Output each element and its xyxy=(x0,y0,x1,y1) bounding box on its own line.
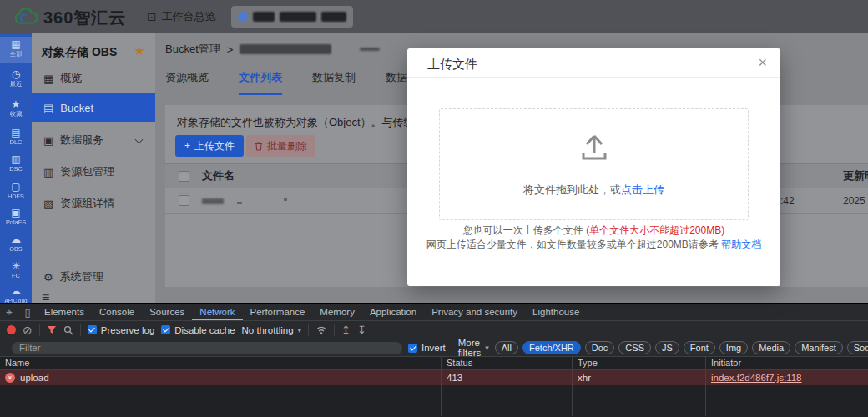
request-type: xhr xyxy=(573,370,706,385)
box-icon: ▣ xyxy=(43,134,53,147)
devtools-tabbar: ⌖ ▯ Elements Console Sources Network Per… xyxy=(0,304,868,321)
chip-js[interactable]: JS xyxy=(655,341,679,354)
devtools-tab-application[interactable]: Application xyxy=(362,304,424,320)
chip-doc[interactable]: Doc xyxy=(585,341,615,354)
chip-socket[interactable]: Socket xyxy=(847,341,868,354)
throttling-dropdown[interactable]: No throttling ▾ xyxy=(242,325,302,335)
upload-file-button[interactable]: + 上传文件 xyxy=(175,135,244,157)
chip-media[interactable]: Media xyxy=(752,341,790,354)
sidebar-item-overview[interactable]: ▦ 概览 xyxy=(32,65,155,92)
devtools-tab-lighthouse[interactable]: Lighthouse xyxy=(525,304,587,320)
devtools-tab-elements[interactable]: Elements xyxy=(37,304,92,320)
row-checkbox[interactable] xyxy=(179,195,189,206)
chip-manifest[interactable]: Manifest xyxy=(795,341,843,354)
topbar: 360智汇云 ⊡ 工作台总览 xyxy=(0,0,868,33)
column-name[interactable]: Name xyxy=(0,357,442,369)
devtools-tab-network[interactable]: Network xyxy=(192,304,242,320)
tab-file-list[interactable]: 文件列表 xyxy=(239,70,282,95)
upload-hint-size: 您也可以一次上传多个文件 (单个文件大小不能超过200MB) xyxy=(407,224,780,238)
preserve-log-checkbox[interactable]: Preserve log xyxy=(88,325,155,335)
disable-cache-checkbox[interactable]: Disable cache xyxy=(161,325,235,335)
sidebar-item-resource-packages[interactable]: ▥ 资源包管理 xyxy=(32,158,155,185)
updated-time-fragment: 2025 xyxy=(843,188,865,214)
devtools-tab-console[interactable]: Console xyxy=(92,304,142,320)
divider xyxy=(334,324,335,336)
chip-all[interactable]: All xyxy=(495,341,518,354)
created-time-fragment: :42 xyxy=(780,188,795,214)
breadcrumb-separator: > xyxy=(227,43,234,56)
click-to-upload-link[interactable]: 点击上传 xyxy=(621,183,664,196)
column-filename: 文件名 xyxy=(202,164,235,188)
trash-icon xyxy=(255,142,263,151)
column-initiator[interactable]: Initiator xyxy=(706,357,868,369)
workspace-overview-link[interactable]: ⊡ 工作台总览 xyxy=(147,9,216,24)
select-all-checkbox[interactable] xyxy=(179,171,189,182)
chip-img[interactable]: Img xyxy=(719,341,748,354)
invert-checkbox[interactable]: Invert xyxy=(408,343,446,353)
inspect-element-icon[interactable]: ⌖ xyxy=(0,304,18,320)
favorite-star-icon[interactable]: ★ xyxy=(134,43,145,58)
sidebar-item-resource-group[interactable]: ▧ 资源组详情 xyxy=(32,190,155,217)
record-network-log-icon[interactable] xyxy=(7,325,16,334)
chevron-down-icon: ▾ xyxy=(298,326,302,334)
clear-network-log-icon[interactable]: ⊘ xyxy=(23,324,33,336)
rail-item-obs[interactable]: ☁OBS xyxy=(0,232,32,259)
tab-data-replication[interactable]: 数据复制 xyxy=(312,70,356,95)
redacted-filename xyxy=(202,198,224,204)
more-filters-dropdown[interactable]: More filters ▾ xyxy=(458,339,489,357)
column-type[interactable]: Type xyxy=(573,357,706,369)
devtools-panel: ⌖ ▯ Elements Console Sources Network Per… xyxy=(0,303,868,417)
workspace-label: 工作台总览 xyxy=(162,9,216,24)
cloud-icon: ☁ xyxy=(0,285,32,297)
grid-icon: ▧ xyxy=(43,198,53,210)
account-avatar-icon xyxy=(238,12,248,22)
sidebar-item-bucket[interactable]: ▤ Bucket xyxy=(32,93,155,122)
sidebar-item-data-services[interactable]: ▣ 数据服务 xyxy=(32,127,155,153)
modal-divider xyxy=(407,77,780,78)
redacted-text xyxy=(360,48,380,51)
batch-delete-button[interactable]: 批量删除 xyxy=(246,135,315,157)
column-status[interactable]: Status xyxy=(442,357,573,369)
chip-fetch-xhr[interactable]: Fetch/XHR xyxy=(522,341,581,354)
cloud-icon: ☁ xyxy=(0,234,32,245)
breadcrumb-root[interactable]: Bucket管理 xyxy=(165,42,220,57)
network-conditions-icon[interactable] xyxy=(315,325,327,335)
export-har-icon[interactable]: ↧ xyxy=(357,324,366,336)
help-doc-link[interactable]: 帮助文档 xyxy=(721,239,761,250)
close-icon[interactable]: × xyxy=(758,53,767,72)
devtools-tab-sources[interactable]: Sources xyxy=(142,304,192,320)
sidebar: 对象存储 OBS ★ ▦ 概览 ▤ Bucket ▣ 数据服务 ▥ 资源包管理 … xyxy=(32,33,155,304)
devtools-tab-privacy[interactable]: Privacy and security xyxy=(424,304,525,320)
divider xyxy=(39,324,40,336)
topbar-account-widget[interactable] xyxy=(231,6,353,28)
initiator-link[interactable]: index.f2d486f7.js:118 xyxy=(711,370,801,385)
request-status: 413 xyxy=(442,370,573,385)
rail-item-fc[interactable]: ✳FC xyxy=(0,259,32,285)
filter-input[interactable] xyxy=(12,342,402,354)
doc-icon: ▥ xyxy=(43,166,53,178)
sidebar-item-system-management[interactable]: ⚙ 系统管理 xyxy=(32,264,155,290)
redacted-bucket-name xyxy=(240,44,331,54)
search-icon[interactable] xyxy=(63,325,73,335)
network-request-row-failed[interactable]: × upload 413 xhr index.f2d486f7.js:118 xyxy=(0,370,868,385)
import-har-icon[interactable]: ↥ xyxy=(341,324,351,336)
device-toolbar-icon[interactable]: ▯ xyxy=(18,304,37,320)
devtools-tab-memory[interactable]: Memory xyxy=(312,304,362,320)
filter-funnel-icon[interactable] xyxy=(47,325,57,335)
chip-css[interactable]: CSS xyxy=(618,341,651,354)
file-dropzone[interactable]: 将文件拖到此处，或点击上传 xyxy=(439,108,749,220)
folder-icon: ▢ xyxy=(0,181,32,193)
chip-font[interactable]: Font xyxy=(684,341,715,354)
rail-item-recent[interactable]: ◷最近 xyxy=(0,67,32,93)
rail-item-dlc[interactable]: ▤DLC xyxy=(0,125,32,152)
request-type-chips: All Fetch/XHR Doc CSS JS Font Img Media … xyxy=(495,341,868,354)
devtools-tab-performance[interactable]: Performance xyxy=(243,304,313,320)
rail-item-dsc[interactable]: ▥DSC xyxy=(0,152,32,178)
rail-item-polafs[interactable]: ▣PolaFS xyxy=(0,205,32,232)
rail-item-all[interactable]: ▦全部 xyxy=(0,37,32,63)
brand-name: 360智汇云 xyxy=(43,7,126,29)
tab-resource-overview[interactable]: 资源概览 xyxy=(165,70,209,95)
rail-item-hdfs[interactable]: ▢HDFS xyxy=(0,179,32,206)
network-toolbar: ⊘ Preserve log Disable cache No throttli… xyxy=(0,321,868,339)
rail-item-favorites[interactable]: ★收藏 xyxy=(0,97,32,123)
